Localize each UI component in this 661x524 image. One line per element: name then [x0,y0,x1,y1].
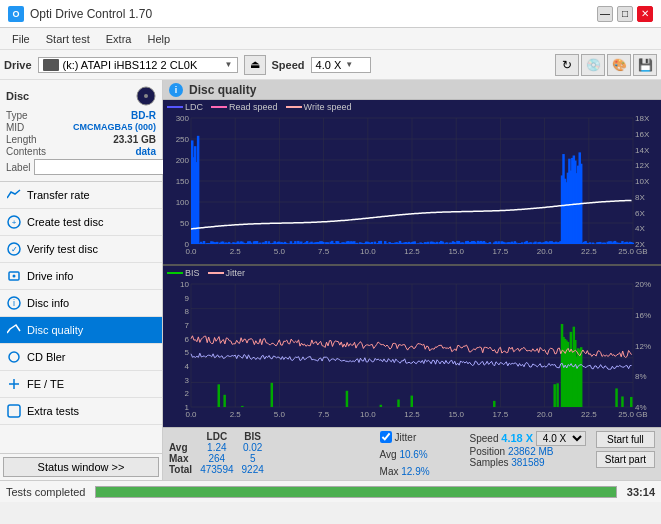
drive-dropdown-arrow: ▼ [225,60,233,69]
svg-point-7 [13,275,16,278]
bottom-chart-canvas [163,266,661,425]
type-key: Type [6,110,28,121]
main-layout: Disc Type BD-R MID CMCMAGBA5 (000) Lengt… [0,80,661,480]
stats-avg-ldc: 1.24 [200,442,241,453]
contents-value: data [135,146,156,157]
length-value: 23.31 GB [113,134,156,145]
sidebar-item-extra-tests[interactable]: Extra tests [0,398,162,425]
jitter-avg-row: Avg 10.6% [380,449,428,460]
label-key: Label [6,162,30,173]
drive-label: Drive [4,59,32,71]
samples-label-text: Samples [470,457,509,468]
content-area: i Disc quality LDC Read speed [163,80,661,480]
speed-label-text: Speed [470,433,499,444]
legend-read-speed-color [211,106,227,108]
sidebar-item-fe-te-label: FE / TE [27,378,64,390]
jitter-max-value: 12.9% [401,466,429,477]
stats-header-ldc: LDC [200,431,241,442]
label-input[interactable] [34,159,169,175]
sidebar-item-disc-info-label: Disc info [27,297,69,309]
jitter-max-row: Max 12.9% [380,466,430,477]
stats-max-ldc: 264 [200,453,241,464]
disc-button[interactable]: 💿 [581,54,605,76]
samples-row: Samples 381589 [470,457,586,468]
drive-selector[interactable]: (k:) ATAPI iHBS112 2 CL0K ▼ [38,57,238,73]
stats-avg-bis: 0.02 [242,442,272,453]
position-label-text: Position [470,446,506,457]
legend-jitter: Jitter [208,268,246,278]
start-part-button[interactable]: Start part [596,451,655,468]
sidebar-item-create-test-disc[interactable]: + Create test disc [0,209,162,236]
stats-row-avg: Avg 1.24 0.02 [169,442,272,453]
sidebar-item-verify-test-disc[interactable]: ✓ Verify test disc [0,236,162,263]
stats-row-max: Max 264 5 [169,453,272,464]
top-chart-legend: LDC Read speed Write speed [167,102,351,112]
stats-total-label: Total [169,464,200,475]
legend-bis-color [167,272,183,274]
speed-pos-section: Speed 4.18 X 4.0 X 8.0 X Position 23862 … [470,431,586,468]
transfer-rate-icon [6,187,22,203]
sidebar-item-drive-info-label: Drive info [27,270,73,282]
close-button[interactable]: ✕ [637,6,653,22]
start-full-button[interactable]: Start full [596,431,655,448]
eject-button[interactable]: ⏏ [244,55,266,75]
window-controls: — □ ✕ [597,6,653,22]
drive-disc-icon [43,59,59,71]
disc-quality-header: i Disc quality [163,80,661,100]
sidebar-item-transfer-rate-label: Transfer rate [27,189,90,201]
legend-bis: BIS [167,268,200,278]
stats-header-bis: BIS [242,431,272,442]
maximize-button[interactable]: □ [617,6,633,22]
menu-extra[interactable]: Extra [98,31,140,47]
speed-selector-inline[interactable]: 4.0 X 8.0 X [536,431,586,446]
menu-file[interactable]: File [4,31,38,47]
svg-text:+: + [12,218,17,227]
sidebar-item-fe-te[interactable]: FE / TE [0,371,162,398]
app-title: Opti Drive Control 1.70 [30,7,152,21]
bottom-chart: BIS Jitter [163,266,661,427]
disc-section-label: Disc [6,90,29,102]
menu-help[interactable]: Help [139,31,178,47]
speed-selector[interactable]: 4.0 X ▼ [311,57,371,73]
legend-write-speed-color [286,106,302,108]
legend-ldc-color [167,106,183,108]
status-window-button[interactable]: Status window >> [3,457,159,477]
palette-button[interactable]: 🎨 [607,54,631,76]
jitter-avg-value: 10.6% [399,449,427,460]
sidebar-item-disc-quality[interactable]: Disc quality [0,317,162,344]
menu-bar: File Start test Extra Help [0,28,661,50]
sidebar-item-cd-bler[interactable]: CD Bler [0,344,162,371]
svg-point-10 [9,352,19,362]
save-button[interactable]: 💾 [633,54,657,76]
jitter-section: Jitter Avg 10.6% Max 12.9% [380,431,460,477]
legend-jitter-text: Jitter [226,268,246,278]
stats-total-ldc: 473594 [200,464,241,475]
top-chart: LDC Read speed Write speed [163,100,661,266]
speed-display-value: 4.18 X [501,432,533,444]
legend-bis-text: BIS [185,268,200,278]
disc-quality-title: Disc quality [189,83,256,97]
svg-text:i: i [13,298,15,308]
sidebar-item-disc-info[interactable]: i Disc info [0,290,162,317]
sidebar-item-cd-bler-label: CD Bler [27,351,66,363]
stats-max-label: Max [169,453,200,464]
jitter-checkbox[interactable] [380,431,392,443]
verify-test-disc-icon: ✓ [6,241,22,257]
type-value: BD-R [131,110,156,121]
sidebar-item-drive-info[interactable]: Drive info [0,263,162,290]
bottom-status-text: Tests completed [6,486,85,498]
speed-label: Speed [272,59,305,71]
bottom-progress-bar [95,486,616,498]
svg-text:✓: ✓ [11,245,18,254]
minimize-button[interactable]: — [597,6,613,22]
mid-key: MID [6,122,24,133]
extra-tests-icon [6,403,22,419]
contents-key: Contents [6,146,46,157]
refresh-button[interactable]: ↻ [555,54,579,76]
create-test-disc-icon: + [6,214,22,230]
disc-quality-header-icon: i [169,83,183,97]
cd-bler-icon [6,349,22,365]
menu-start-test[interactable]: Start test [38,31,98,47]
bottom-bar: Tests completed 33:14 [0,480,661,502]
sidebar-item-transfer-rate[interactable]: Transfer rate [0,182,162,209]
